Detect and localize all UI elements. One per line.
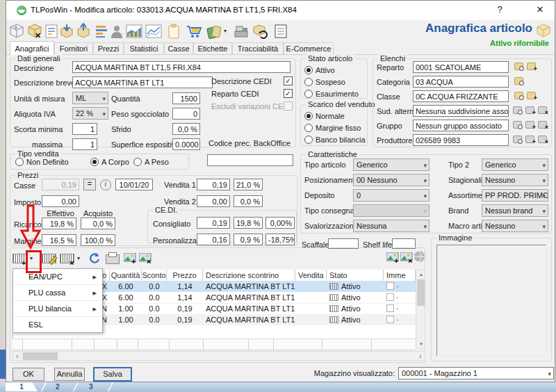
reparto-search-icon[interactable] [514,63,523,70]
superfice-input[interactable]: 0.0000 [172,138,200,150]
article-cube-icon[interactable]: ? [8,23,25,40]
produttore-input[interactable]: 026589 9983 [413,134,509,146]
barcode-delete-menu-caret-icon[interactable]: ▾ [77,252,80,265]
sheet-tab-3[interactable]: 3 [89,382,93,391]
magazzino-combo[interactable]: 000001 - Magazzino 1 [398,367,554,379]
chart-bar-icon[interactable] [125,23,142,40]
radio-normale[interactable] [304,112,313,120]
stagionalita-combo[interactable]: Nessuno [482,174,548,186]
col-header-immagine[interactable]: Imme [384,270,416,281]
equals-button[interactable]: = [83,179,96,190]
tab-fornitori[interactable]: Fornitori [54,42,93,54]
ricarico-effettivo-input[interactable]: 19,8 % [42,218,76,229]
radio-non-definito[interactable] [15,158,24,166]
sud-search-icon[interactable] [513,106,522,114]
ricarico-acquisto-input[interactable]: 0,0 % [81,218,115,229]
unita-combo[interactable]: ML [72,92,108,104]
radio-banco-bilancia[interactable] [304,136,313,144]
tipo-articolo-combo[interactable]: Generico [353,158,430,171]
radio-esaurimento[interactable] [304,90,313,98]
personalizzato-var-input[interactable]: -18,75% [265,234,295,245]
article-sync-icon[interactable] [252,23,268,40]
col-header-stato[interactable]: Stato [327,270,384,281]
svalorizzazione-combo[interactable]: Nessuna [353,220,430,232]
descrizione-cedi-checkbox[interactable] [284,76,293,85]
movements-icon[interactable] [93,23,110,40]
scorta-massima-input[interactable]: 1 [72,138,97,150]
produttore-search-icon[interactable] [513,136,522,143]
tab-prezzi[interactable]: Prezzi [93,42,124,54]
col-header-prezzo[interactable]: Prezzo [167,270,203,281]
classe-search-icon[interactable] [514,92,523,99]
reparto-cedi-checkbox[interactable] [284,89,293,98]
image-add-icon[interactable]: + [124,253,136,263]
tab-statistici[interactable]: Statistici [124,42,164,54]
tab-ecommerce[interactable]: E-Commerce [284,42,334,54]
article-list-icon[interactable] [43,23,60,40]
clipboard-icon[interactable] [165,23,182,40]
info-icon[interactable] [100,179,111,190]
sud-delete-icon[interactable] [538,106,547,114]
labels-menu-caret-icon[interactable]: ▾ [224,28,227,34]
casse-date-input[interactable]: 10/01/20 [115,179,153,190]
descrizione-input[interactable]: ACQUA MARTINA BT LT1,5 FRI.X84 [72,61,291,73]
image-checkbox[interactable] [386,282,394,290]
labels-icon[interactable] [206,23,222,40]
sud-add-icon[interactable] [525,106,534,114]
goods-out-icon[interactable] [75,23,92,40]
gruppo-input[interactable]: Nessun gruppo associato [413,120,509,131]
classe-input[interactable]: 0C ACQUA FRIZZANTE [413,90,509,102]
barcode-add-icon[interactable]: + [13,254,27,263]
salva-button[interactable]: Salva [93,367,132,382]
immagine-preview[interactable] [436,245,546,356]
radio-margine-fisso[interactable] [304,124,313,132]
brand-combo[interactable]: Nessun brand [482,204,548,217]
tab-etichette[interactable]: Etichette [193,42,232,54]
menu-item-plu-cassa[interactable]: PLU cassa [13,285,102,301]
gruppo-search-icon[interactable] [513,121,522,129]
col-header-vendita[interactable]: Vendita [295,270,327,281]
print-icon[interactable] [106,254,120,264]
consigliato-var-input[interactable]: 0,00% [265,217,295,229]
table-hscrollbar[interactable]: ‹ › [13,351,425,361]
deposito-combo[interactable]: 0 [353,189,430,202]
col-header-descrizione[interactable]: Descrizione scontrino [203,270,295,281]
radio-attivo[interactable] [304,66,313,74]
consigliato-pct-input[interactable]: 19,8 % [234,217,263,229]
tab-tracciabilita[interactable]: Tracciabilità [232,42,284,54]
table-vscrollbar[interactable]: ▴ ▾ [416,270,425,349]
descrizione-breve-input[interactable]: ACQUA MARTINA BT LT1 [72,76,213,88]
annulla-button[interactable]: Annulla [54,368,85,381]
produttore-add-icon[interactable] [525,136,534,143]
tab-casse[interactable]: Casse [164,42,193,54]
chart-line-icon[interactable] [145,23,161,40]
margine-acquisto-input[interactable]: 100,0 % [81,234,115,246]
menu-item-plu-bilancia[interactable]: PLU bilancia [13,301,102,317]
sfrido-input[interactable]: 0,0 % [172,123,200,135]
categoria-input[interactable]: 03 ACQUA [413,76,509,88]
refresh-icon[interactable] [88,252,101,265]
table-filter-row[interactable] [13,338,416,350]
close-button[interactable]: ✕ [527,1,553,18]
cart-icon[interactable] [185,23,202,40]
classe-add-icon[interactable] [527,92,536,99]
personalizzato-input[interactable]: 0,16 [197,234,230,245]
image-delete2-icon[interactable]: × [400,252,413,262]
scorta-minima-input[interactable]: 1 [72,123,97,135]
reparto-input[interactable]: 0001 SCATOLAME [413,61,509,73]
radio-a-corpo[interactable] [90,158,99,166]
vendita2-pct-input[interactable]: 0,0 % [234,195,263,207]
vendita1-input[interactable]: 0,19 [197,179,230,190]
posizionamento-combo[interactable]: 00 Nessuno [353,174,430,186]
cash-register-icon[interactable] [232,23,249,40]
image-add2-icon[interactable]: + [386,252,399,262]
barcode-edit-icon[interactable] [42,254,56,263]
personalizzato-pct-input[interactable]: 0,9 % [234,234,263,245]
margine-effettivo-input[interactable]: 16,5 % [42,234,76,246]
image-checkbox[interactable] [386,316,394,323]
peso-sgocciolato-input[interactable]: 0 [172,108,200,120]
categoria-search-icon[interactable] [514,77,523,85]
web-icon[interactable] [413,250,425,263]
macro-articolo-combo[interactable]: Nessuno [482,220,548,232]
image-delete-icon[interactable]: × [139,253,152,263]
